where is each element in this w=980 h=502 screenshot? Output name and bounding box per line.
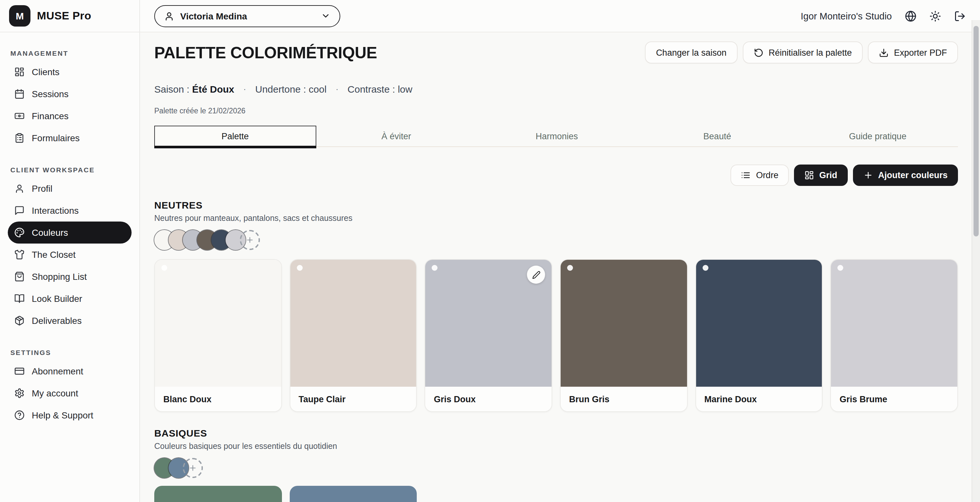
grid-view-button[interactable]: Grid	[794, 165, 848, 186]
sidebar-item-my-account[interactable]: My account	[8, 382, 132, 404]
sidebar-item-couleurs[interactable]: Couleurs	[8, 222, 132, 243]
sidebar-item-label: Formulaires	[32, 133, 80, 143]
sidebar-item-label: Help & Support	[32, 410, 93, 420]
sidebar-item-deliverables[interactable]: Deliverables	[8, 310, 132, 332]
sidebar: MANAGEMENT Clients Sessions Finances For…	[0, 32, 140, 502]
palette-icon	[14, 227, 25, 238]
color-card-brun-gris[interactable]: Brun Gris	[560, 259, 687, 412]
sidebar-section-management: MANAGEMENT	[10, 49, 129, 57]
drag-handle-dot[interactable]	[296, 265, 302, 271]
credit-card-icon	[14, 366, 25, 376]
sidebar-item-profil[interactable]: Profil	[8, 178, 132, 200]
rotate-ccw-icon	[754, 48, 764, 57]
banknote-icon	[14, 111, 25, 121]
sidebar-item-abonnement[interactable]: Abonnement	[8, 360, 132, 382]
add-chip-button[interactable]	[183, 458, 203, 478]
color-swatch	[425, 260, 552, 387]
book-open-icon	[14, 294, 25, 304]
plus-icon	[189, 464, 197, 472]
tab-bar: Palette À éviter Harmonies Beauté Guide …	[154, 126, 958, 147]
topbar-right: Igor Monteiro's Studio	[801, 10, 966, 22]
change-season-button[interactable]: Changer la saison	[645, 41, 738, 64]
globe-icon[interactable]	[905, 10, 916, 22]
sidebar-item-finances[interactable]: Finances	[8, 105, 132, 127]
color-swatch	[290, 260, 416, 387]
color-card[interactable]	[290, 486, 417, 502]
sidebar-item-label: Shopping List	[32, 272, 87, 282]
sidebar-item-shopping-list[interactable]: Shopping List	[8, 265, 132, 288]
color-swatch	[696, 260, 822, 387]
contrast-value: Contraste : low	[347, 84, 412, 95]
color-card-marine-doux[interactable]: Marine Doux	[695, 259, 822, 412]
change-season-label: Changer la saison	[656, 48, 727, 57]
color-card-gris-doux[interactable]: Gris Doux	[425, 259, 552, 412]
reset-palette-button[interactable]: Réinitialiser la palette	[743, 41, 863, 64]
edit-color-button[interactable]	[527, 265, 545, 284]
basiques-section-title: BASIQUES	[154, 427, 958, 438]
color-name: Brun Gris	[561, 387, 687, 411]
user-icon	[164, 11, 174, 21]
tab-a-eviter[interactable]: À éviter	[316, 126, 476, 146]
grid-icon	[804, 170, 814, 180]
sidebar-item-the-closet[interactable]: The Closet	[8, 243, 132, 265]
download-icon	[879, 48, 889, 57]
sidebar-item-help-support[interactable]: Help & Support	[8, 404, 132, 426]
neutres-cards: Blanc Doux Taupe Clair Gris Doux Brun Gr…	[154, 259, 958, 412]
tab-guide-pratique[interactable]: Guide pratique	[797, 126, 958, 146]
color-name: Blanc Doux	[155, 387, 281, 411]
brand-header: M MUSE Pro	[0, 0, 140, 32]
sidebar-item-interactions[interactable]: Interactions	[8, 200, 132, 222]
shirt-icon	[14, 249, 25, 260]
basiques-cards	[154, 486, 958, 502]
color-card-taupe-clair[interactable]: Taupe Clair	[290, 259, 417, 412]
drag-handle-dot[interactable]	[702, 265, 708, 271]
drag-handle-dot[interactable]	[161, 265, 167, 271]
logout-icon[interactable]	[954, 10, 966, 22]
season-value: Été Doux	[192, 84, 234, 95]
drag-handle-dot[interactable]	[432, 265, 438, 271]
sidebar-item-formulaires[interactable]: Formulaires	[8, 127, 132, 149]
add-colors-button[interactable]: Ajouter couleurs	[853, 165, 958, 186]
calendar-icon	[14, 89, 25, 99]
tab-palette[interactable]: Palette	[154, 126, 316, 146]
undertone-value: Undertone : cool	[255, 84, 326, 95]
client-selector-value: Victoria Medina	[180, 11, 315, 21]
color-name: Taupe Clair	[290, 387, 416, 411]
page-actions: Changer la saison Réinitialiser la palet…	[645, 41, 958, 64]
palette-meta: Saison : Été Doux · Undertone : cool · C…	[154, 84, 958, 95]
sidebar-section-client-workspace: CLIENT WORKSPACE	[10, 166, 129, 173]
main-content: PALETTE COLORIMÉTRIQUE Changer la saison…	[140, 32, 980, 502]
client-selector[interactable]: Victoria Medina	[154, 5, 340, 27]
color-card[interactable]	[154, 486, 282, 502]
tab-beaute[interactable]: Beauté	[637, 126, 797, 146]
chat-icon	[14, 205, 25, 216]
drag-handle-dot[interactable]	[838, 265, 843, 271]
color-card-blanc-doux[interactable]: Blanc Doux	[154, 259, 282, 412]
export-pdf-button[interactable]: Exporter PDF	[868, 41, 958, 64]
color-name: Gris Brume	[831, 387, 957, 411]
color-swatch	[155, 260, 281, 387]
sidebar-item-clients[interactable]: Clients	[8, 61, 132, 83]
sun-icon[interactable]	[929, 10, 941, 22]
sidebar-item-label: Abonnement	[32, 366, 83, 376]
export-pdf-label: Exporter PDF	[894, 48, 947, 57]
add-chip-button[interactable]	[240, 230, 260, 250]
meta-separator: ·	[336, 84, 339, 94]
scrollbar-track[interactable]	[972, 20, 980, 502]
sidebar-item-look-builder[interactable]: Look Builder	[8, 288, 132, 310]
brand-logo: M	[9, 5, 30, 27]
scrollbar-thumb[interactable]	[974, 26, 979, 237]
order-view-button[interactable]: Ordre	[731, 165, 789, 186]
tab-harmonies[interactable]: Harmonies	[476, 126, 637, 146]
color-name: Marine Doux	[696, 387, 822, 411]
chevron-down-icon	[321, 11, 331, 21]
package-icon	[14, 315, 25, 326]
sidebar-item-label: Profil	[32, 183, 52, 194]
neutres-section-title: NEUTRES	[154, 200, 958, 211]
sidebar-item-label: My account	[32, 388, 78, 398]
color-swatch	[561, 260, 687, 387]
color-card-gris-brume[interactable]: Gris Brume	[830, 259, 958, 412]
drag-handle-dot[interactable]	[567, 265, 573, 271]
sidebar-item-label: Finances	[32, 111, 69, 121]
sidebar-item-sessions[interactable]: Sessions	[8, 83, 132, 105]
